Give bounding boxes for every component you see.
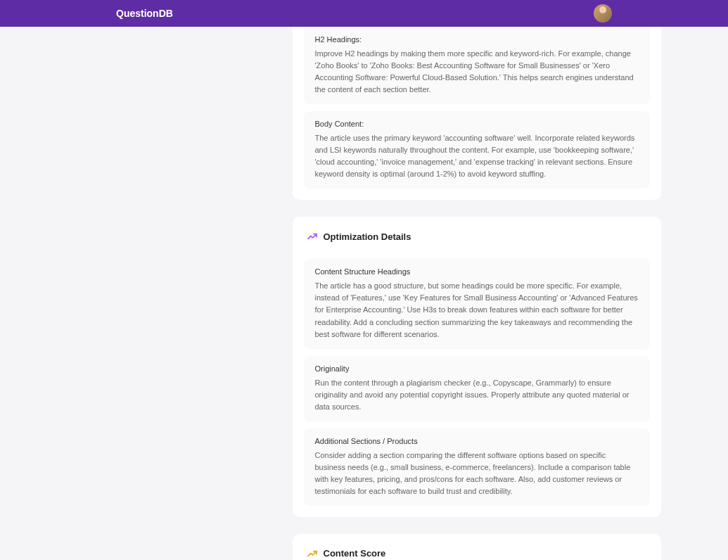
- panel-heading: Optimization Details: [304, 228, 650, 252]
- section-text: Consider adding a section comparing the …: [315, 450, 639, 497]
- panel-title: Optimization Details: [324, 231, 411, 242]
- logo[interactable]: QuestionDB: [116, 8, 173, 19]
- trending-up-icon: [307, 548, 318, 559]
- trending-up-icon: [307, 231, 318, 242]
- main-content: H2 Headings: Improve H2 headings by maki…: [68, 27, 661, 560]
- section-label: Originality: [315, 364, 639, 373]
- optimization-section-additional: Additional Sections / Products Consider …: [304, 428, 650, 506]
- section-text: Improve H2 headings by making them more …: [315, 48, 639, 96]
- keyword-section-h2: H2 Headings: Improve H2 headings by maki…: [304, 27, 650, 104]
- section-text: Run the content through a plagiarism che…: [315, 377, 639, 413]
- section-text: The article has a good structure, but so…: [315, 280, 639, 340]
- section-text: The article uses the primary keyword 'ac…: [315, 132, 639, 180]
- score-panel: Content Score 75 The content is informat…: [293, 534, 661, 560]
- section-label: Additional Sections / Products: [315, 437, 639, 445]
- section-label: Content Structure Headings: [315, 267, 639, 276]
- app-header: QuestionDB: [0, 0, 728, 27]
- panel-heading: Content Score: [304, 545, 650, 560]
- keyword-panel: H2 Headings: Improve H2 headings by maki…: [293, 27, 661, 200]
- panel-title: Content Score: [324, 548, 386, 559]
- section-label: Body Content:: [315, 120, 639, 128]
- section-label: H2 Headings:: [315, 35, 639, 44]
- avatar[interactable]: [594, 4, 612, 23]
- keyword-section-body: Body Content: The article uses the prima…: [304, 111, 650, 189]
- optimization-section-structure: Content Structure Headings The article h…: [304, 259, 650, 348]
- optimization-section-originality: Originality Run the content through a pl…: [304, 356, 650, 421]
- optimization-panel: Optimization Details Content Structure H…: [293, 217, 661, 517]
